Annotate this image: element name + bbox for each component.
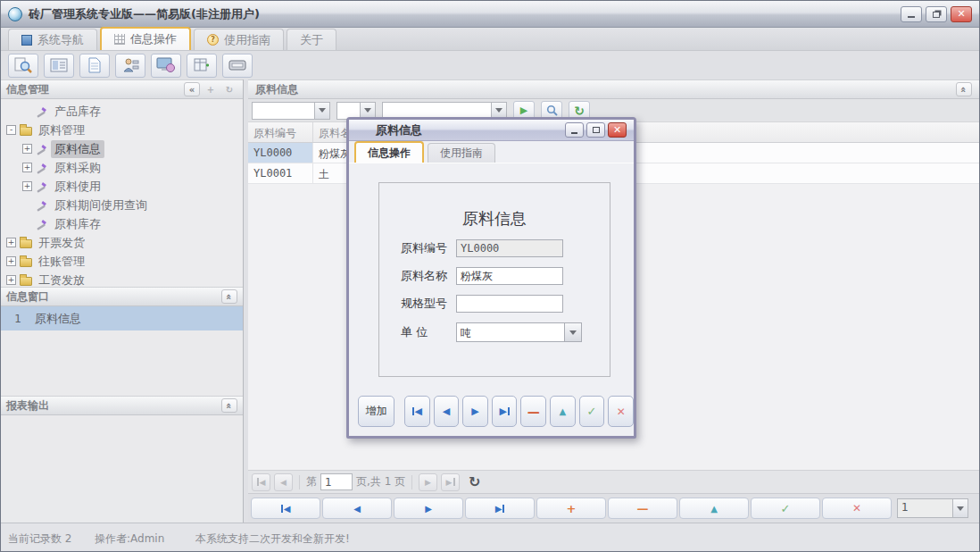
refresh-icon: ↻	[226, 85, 233, 95]
material-form-groupbox: 原料信息 原料编号 原料名称 规格型号 单 位 吨	[378, 182, 610, 377]
tree-item-material-stock[interactable]: 原料库存	[1, 214, 243, 233]
page-size-select[interactable]: 1	[897, 498, 968, 518]
dialog-last-button[interactable]: ▶	[492, 396, 518, 427]
dialog-title-bar: 原料信息 ✕	[349, 120, 634, 141]
record-next-button[interactable]: ▶	[394, 498, 463, 519]
record-cancel-button[interactable]: ✕	[822, 498, 892, 519]
record-delete-button[interactable]: —	[608, 498, 677, 519]
dialog-next-button[interactable]: ▶	[462, 396, 488, 427]
close-button[interactable]: ✕	[951, 6, 972, 22]
pager-next-button[interactable]: ▶	[419, 473, 437, 491]
card-print-button[interactable]	[222, 54, 253, 78]
material-name-field[interactable]	[456, 267, 563, 285]
tree-item-material-usage[interactable]: + 原料使用	[1, 177, 243, 196]
tree-item-material-mgmt[interactable]: - 原料管理	[1, 121, 243, 139]
record-prev-button[interactable]: ◀	[322, 498, 392, 519]
form-view-icon	[50, 58, 68, 72]
dialog-save-button[interactable]: ✓	[579, 396, 605, 427]
dialog-minimize-button[interactable]	[565, 122, 584, 138]
tree-item-label: 产品库存	[51, 103, 104, 121]
grid-column-code[interactable]: 原料编号	[248, 122, 313, 142]
collapse-up-button[interactable]: «	[956, 82, 972, 96]
tree-item-material-info[interactable]: + 原料信息	[1, 139, 243, 158]
expand-node-icon[interactable]: +	[22, 181, 32, 191]
pager-prev-button[interactable]: ◀	[274, 473, 293, 491]
tree-item-material-period-query[interactable]: 原料期间使用查询	[1, 196, 243, 214]
form-view-button[interactable]	[44, 54, 74, 78]
dialog-tab-user-guide[interactable]: 使用指南	[428, 143, 495, 163]
unit-select[interactable]: 吨	[456, 322, 582, 342]
tree-item-label: 原料信息	[51, 140, 104, 158]
record-save-button[interactable]: ✓	[751, 498, 820, 519]
table-add-button[interactable]	[187, 54, 217, 78]
collapse-node-icon[interactable]: -	[6, 125, 16, 135]
record-first-button[interactable]: ◀	[251, 498, 320, 519]
dialog-maximize-button[interactable]	[586, 122, 605, 138]
add-button[interactable]: 增加	[358, 396, 394, 427]
minimize-button[interactable]	[901, 6, 922, 22]
tool-icon	[36, 180, 51, 193]
collapse-left-icon: «	[189, 85, 195, 95]
dialog-tab-info-operation[interactable]: 信息操作	[354, 141, 424, 163]
tree-item-account-mgmt[interactable]: + 往账管理	[1, 252, 243, 271]
info-mgmt-title: 信息管理	[6, 82, 49, 97]
filter-field-select[interactable]	[252, 102, 330, 120]
last-record-icon: ▶	[495, 504, 502, 514]
expand-node-icon[interactable]: +	[22, 144, 32, 154]
cancel-record-icon: ✕	[852, 502, 861, 514]
dialog-delete-button[interactable]: —	[520, 396, 546, 427]
monitor-button[interactable]	[151, 54, 181, 78]
add-panel-button[interactable]: +	[203, 82, 219, 96]
document-button[interactable]	[79, 54, 110, 78]
operator-status: 操作者:Admin	[95, 531, 164, 547]
tree-item-payroll[interactable]: + 工资发放	[1, 271, 243, 287]
tree-item-material-purchase[interactable]: + 原料采购	[1, 158, 243, 177]
dialog-first-button[interactable]: ◀	[404, 396, 430, 427]
collapse-up-button[interactable]: «	[221, 398, 237, 413]
tree-item-invoicing[interactable]: + 开票发货	[1, 233, 243, 252]
last-page-icon: ▶	[446, 478, 453, 487]
report-panel-header: 报表输出 «	[1, 396, 243, 415]
expand-node-icon[interactable]: +	[6, 275, 16, 285]
dialog-prev-button[interactable]: ◀	[434, 396, 460, 427]
grid-cell-code[interactable]: YL0001	[248, 163, 313, 183]
refresh-panel-button[interactable]: ↻	[221, 82, 237, 96]
edit-record-icon: ▲	[560, 406, 567, 416]
search-doc-button[interactable]	[8, 54, 38, 78]
main-tab-bar: 系统导航 信息操作 ? 使用指南 关于	[1, 28, 979, 51]
record-add-button[interactable]: +	[536, 498, 606, 519]
info-window-title: 信息窗口	[6, 289, 49, 305]
spec-model-field[interactable]	[456, 295, 563, 313]
record-edit-button[interactable]: ▲	[679, 498, 749, 519]
pager-refresh-button[interactable]: ↻	[469, 473, 480, 490]
grid-cell-code[interactable]: YL0000	[248, 143, 313, 163]
pager-first-button[interactable]: ◀	[252, 473, 270, 491]
expand-node-icon[interactable]: +	[6, 256, 16, 266]
user-manage-button[interactable]	[115, 54, 145, 78]
collapse-up-button[interactable]: «	[221, 289, 237, 304]
record-last-button[interactable]: ▶	[465, 498, 535, 519]
chevron-down-icon[interactable]	[564, 323, 581, 341]
pager-last-button[interactable]: ▶	[441, 473, 460, 491]
chevron-down-icon[interactable]	[491, 103, 506, 119]
restore-button[interactable]	[926, 6, 947, 22]
page-number-input[interactable]	[320, 473, 353, 490]
first-record-icon: ◀	[284, 504, 291, 514]
info-window-item[interactable]: 1 原料信息	[1, 306, 243, 330]
expand-node-icon[interactable]: +	[22, 163, 32, 172]
tab-about[interactable]: 关于	[287, 29, 336, 50]
chevron-down-icon[interactable]	[952, 499, 968, 517]
dialog-close-button[interactable]: ✕	[608, 122, 627, 138]
collapse-left-button[interactable]: «	[184, 82, 200, 96]
material-code-field[interactable]	[456, 239, 563, 257]
tree-item-product-stock[interactable]: 产品库存	[1, 102, 243, 121]
tab-info-operation[interactable]: 信息操作	[100, 27, 191, 50]
chevron-down-icon[interactable]	[314, 103, 329, 119]
dialog-cancel-button[interactable]: ✕	[608, 396, 634, 427]
chevron-down-icon[interactable]	[360, 103, 375, 119]
expand-node-icon[interactable]: +	[6, 238, 16, 247]
tab-system-nav[interactable]: 系统导航	[8, 29, 97, 50]
dialog-edit-button[interactable]: ▲	[550, 396, 576, 427]
filter-value-value	[383, 103, 491, 119]
tab-user-guide[interactable]: ? 使用指南	[194, 29, 284, 50]
